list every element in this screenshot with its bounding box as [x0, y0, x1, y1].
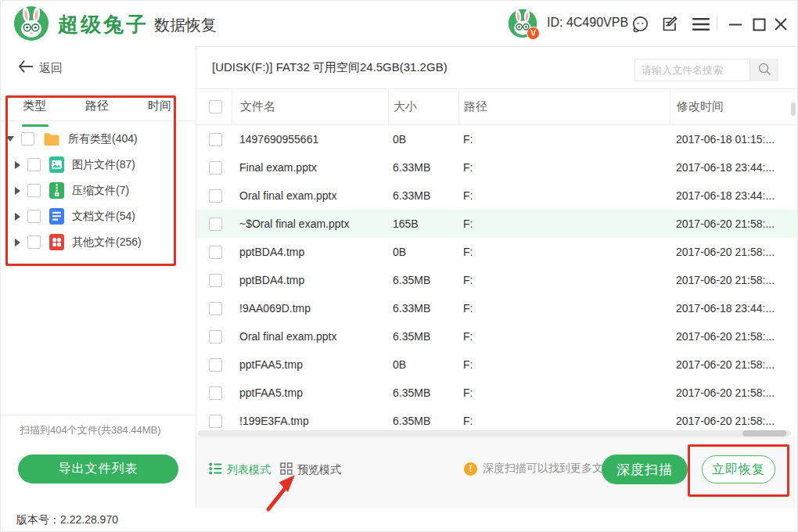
search-button[interactable]	[750, 59, 778, 81]
tree-checkbox[interactable]	[27, 235, 41, 249]
table-row[interactable]: Oral final exam.pptx6.33MBF:2017-06-18 2…	[196, 182, 798, 210]
cell-path: F:	[458, 415, 670, 427]
cell-size: 6.35MB	[388, 330, 458, 343]
tree-checkbox[interactable]	[27, 158, 41, 171]
cell-time: 2017-06-20 21:58:...	[670, 386, 798, 399]
tree-item[interactable]: 文档文件(54)	[1, 203, 196, 229]
caret-right-icon[interactable]	[15, 161, 20, 169]
tree-item[interactable]: 图片文件(87)	[1, 152, 196, 178]
preview-mode-label: 预览模式	[297, 463, 341, 477]
cell-size: 6.33MB	[388, 189, 458, 202]
row-checkbox[interactable]	[209, 358, 222, 372]
table-row[interactable]: !9AA069D.tmp6.33MBF:2017-06-18 23:44:...	[196, 294, 798, 322]
tree-item-label: 其他文件(256)	[72, 235, 142, 250]
user-avatar[interactable]: V	[508, 9, 537, 38]
row-checkbox[interactable]	[209, 189, 222, 203]
table-row[interactable]: Oral final exam.pptx6.35MBF:2017-06-20 2…	[196, 322, 798, 350]
back-arrow-icon	[18, 60, 33, 76]
cell-filename: !9AA069D.tmp	[232, 302, 388, 315]
image-file-icon	[49, 156, 64, 173]
tab-label: 类型	[23, 99, 46, 112]
bottom-bar: 列表模式 预览模式 ! 深度扫描可以找到更多文件 深度扫描 立即恢复	[196, 437, 798, 508]
tree-item-label: 压缩文件(7)	[72, 184, 129, 198]
preview-mode-toggle[interactable]: 预览模式	[280, 462, 341, 478]
cell-path: F:	[458, 189, 670, 202]
tab-type[interactable]: 类型	[23, 97, 46, 120]
header-size[interactable]: 大小	[388, 89, 458, 124]
tree-item[interactable]: 其他文件(256)	[1, 229, 196, 255]
table-row[interactable]: ~$Oral final exam.pptx165BF:2017-06-20 2…	[196, 210, 798, 238]
list-mode-label: 列表模式	[227, 463, 271, 477]
row-checkbox[interactable]	[209, 133, 222, 146]
deep-scan-hint: ! 深度扫描可以找到更多文件	[464, 462, 614, 476]
document-file-icon	[49, 208, 64, 225]
row-checkbox[interactable]	[209, 246, 222, 259]
row-checkbox[interactable]	[209, 302, 222, 315]
feedback-icon[interactable]	[660, 14, 680, 34]
tree-checkbox[interactable]	[27, 184, 41, 197]
recover-now-button[interactable]: 立即恢复	[702, 455, 775, 483]
export-file-list-button[interactable]: 导出文件列表	[18, 455, 178, 483]
titlebar: 超级兔子 数据恢复 V ID: 4C490VPB	[1, 1, 797, 47]
app-window: 超级兔子 数据恢复 V ID: 4C490VPB	[0, 0, 798, 532]
deep-scan-button[interactable]: 深度扫描	[602, 455, 688, 484]
row-checkbox[interactable]	[209, 217, 222, 231]
table-header: 文件名 大小 路径 修改时间	[196, 88, 798, 125]
table-row[interactable]: !199E3FA.tmp6.35MBF:2017-06-20 21:58:...	[196, 407, 798, 430]
minimize-icon[interactable]	[725, 14, 746, 34]
table-row[interactable]: pptFAA5.tmp6.35MBF:2017-06-20 21:58:...	[196, 379, 798, 407]
row-checkbox[interactable]	[209, 274, 222, 287]
select-all-checkbox[interactable]	[209, 100, 222, 113]
tree-item-label: 图片文件(87)	[72, 158, 135, 172]
support-headset-icon[interactable]	[630, 14, 650, 34]
back-button[interactable]: 返回	[18, 60, 63, 76]
table-row[interactable]: pptBDA4.tmp6.35MBF:2017-06-20 21:58:...	[196, 266, 798, 294]
header-path[interactable]: 路径	[458, 89, 670, 124]
sidebar-tabs: 类型路径时间	[1, 97, 196, 121]
tree-checkbox[interactable]	[21, 132, 34, 146]
row-checkbox[interactable]	[209, 161, 222, 174]
cell-filename: ~$Oral final exam.pptx	[232, 217, 388, 230]
search-input[interactable]	[634, 59, 750, 81]
tree-item-label: 文档文件(54)	[72, 210, 135, 224]
maximize-icon[interactable]	[749, 14, 769, 34]
tab-path[interactable]: 路径	[85, 97, 109, 120]
cell-size: 6.33MB	[388, 161, 458, 174]
caret-right-icon[interactable]	[15, 187, 20, 195]
caret-right-icon[interactable]	[15, 213, 20, 221]
header-filename[interactable]: 文件名	[232, 89, 388, 124]
horizontal-scrollbar-thumb[interactable]	[742, 430, 786, 437]
table-row[interactable]: pptFAA5.tmp0BF:2017-06-20 21:58:...	[196, 350, 798, 379]
header-modified-time[interactable]: 修改时间	[670, 89, 798, 124]
close-icon[interactable]	[771, 14, 791, 34]
caret-down-icon[interactable]	[6, 136, 14, 142]
warning-icon: !	[464, 462, 477, 476]
cell-time: 2017-06-20 21:58:...	[670, 330, 798, 343]
row-checkbox[interactable]	[209, 415, 222, 428]
cell-time: 2017-06-18 23:44:...	[670, 302, 798, 315]
row-checkbox[interactable]	[209, 330, 222, 343]
table-row[interactable]: 14976909556610BF:2017-06-18 01:15:...	[196, 125, 798, 153]
tab-time[interactable]: 时间	[148, 97, 171, 120]
cell-size: 6.33MB	[388, 302, 458, 315]
horizontal-scrollbar[interactable]	[198, 430, 791, 437]
vip-badge: V	[527, 27, 540, 40]
cell-size: 6.35MB	[388, 386, 458, 399]
cell-path: F:	[458, 133, 670, 146]
cell-path: F:	[458, 274, 670, 286]
tree-item[interactable]: 所有类型(404)	[1, 126, 196, 152]
cell-filename: pptBDA4.tmp	[232, 246, 388, 258]
deep-scan-hint-text: 深度扫描可以找到更多文件	[483, 462, 614, 476]
menu-icon[interactable]	[691, 14, 711, 34]
version-label: 版本号：2.22.28.970	[16, 513, 118, 527]
cell-time: 2017-06-18 01:15:...	[670, 133, 798, 146]
tree-item[interactable]: 压缩文件(7)	[1, 178, 196, 203]
list-mode-toggle[interactable]: 列表模式	[209, 462, 271, 478]
table-row[interactable]: Final exam.pptx6.33MBF:2017-06-18 23:44:…	[196, 153, 798, 182]
tree-checkbox[interactable]	[27, 210, 41, 223]
vertical-scrollbar-thumb[interactable]	[791, 102, 796, 116]
row-checkbox[interactable]	[209, 386, 222, 400]
table-row[interactable]: pptBDA4.tmp0BF:2017-06-20 21:58:...	[196, 238, 798, 266]
caret-right-icon[interactable]	[15, 239, 20, 246]
archive-file-icon	[49, 182, 64, 199]
